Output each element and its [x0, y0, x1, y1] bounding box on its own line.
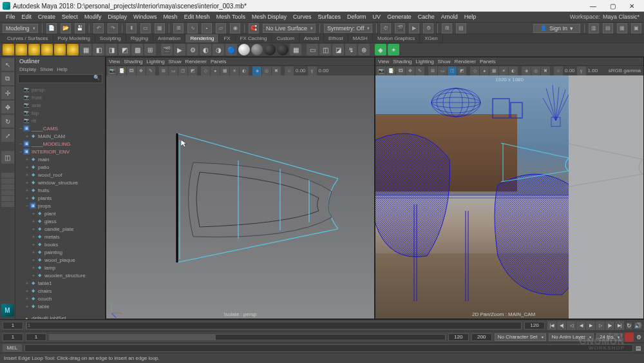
vp-menu-show[interactable]: Show — [438, 59, 451, 64]
vp-film-gate-icon[interactable]: ▭ — [438, 66, 447, 75]
shelf-icon[interactable]: ▦ — [290, 44, 301, 55]
vp-shadows-icon[interactable]: ◐ — [240, 66, 249, 75]
undo-icon[interactable]: ↶ — [93, 23, 104, 34]
outliner-node-plant[interactable]: +plant — [15, 210, 105, 217]
panel-layout-icon[interactable]: ⊞ — [442, 23, 452, 34]
scale-tool[interactable]: ⤢ — [1, 129, 14, 142]
vp-shadows-icon[interactable]: ◐ — [509, 66, 518, 75]
range-handle[interactable] — [50, 335, 216, 340]
script-editor-button[interactable]: ▤ — [636, 345, 641, 351]
shelf-icon[interactable]: 🔵 — [225, 44, 237, 55]
menu-cache[interactable]: Cache — [415, 14, 438, 20]
shelf-icon[interactable]: ◪ — [332, 44, 344, 55]
snap-live-icon[interactable]: ◉ — [230, 23, 240, 34]
shelf-icon[interactable]: ◩ — [118, 44, 130, 55]
volume-light-icon[interactable] — [67, 44, 79, 55]
sidebar-toggle-2[interactable]: ▤ — [603, 23, 613, 34]
vp-2d-pan-icon[interactable]: ✥ — [406, 66, 415, 75]
menu-set-dropdown[interactable]: Modeling — [3, 24, 38, 33]
vp-bookmark-icon[interactable]: 📑 — [386, 66, 395, 75]
vp-menu-shading[interactable]: Shading — [393, 59, 412, 64]
outliner-node-couch[interactable]: +couch — [15, 295, 105, 302]
outliner-node-main-cam[interactable]: +MAIN_CAM — [15, 132, 105, 140]
vp-gate-mask-icon[interactable]: ◩ — [188, 66, 197, 75]
vp-select-cam-icon[interactable]: 📷 — [108, 66, 117, 75]
outliner-node-wood-roof[interactable]: +wood_roof — [15, 171, 105, 179]
vp-gamma-value[interactable]: 0.00 — [317, 68, 330, 74]
shelf-tab-custom[interactable]: Custom — [272, 34, 299, 43]
vp-menu-renderer[interactable]: Renderer — [185, 59, 207, 64]
step-forward-button[interactable]: |▶ — [605, 321, 614, 330]
maximize-button[interactable]: ▢ — [603, 0, 622, 12]
outliner-node-front[interactable]: front — [15, 93, 105, 101]
render-icon[interactable]: 🎬 — [395, 23, 405, 34]
shelf-icon[interactable]: ◫ — [319, 44, 331, 55]
vp-film-gate-icon[interactable]: ▭ — [169, 66, 178, 75]
save-scene-icon[interactable]: 💾 — [75, 23, 85, 34]
vp-xray-icon[interactable]: ◎ — [531, 66, 540, 75]
vp-exposure-value[interactable]: 0.00 — [564, 68, 576, 74]
menu-windows[interactable]: Windows — [130, 14, 160, 20]
autokey-button[interactable] — [625, 333, 634, 342]
vp-menu-show[interactable]: Show — [169, 59, 182, 64]
select-component-icon[interactable]: ▦ — [155, 23, 165, 34]
vp-wireframe-icon[interactable]: ◇ — [201, 66, 210, 75]
hypershade-icon[interactable]: ◐ — [200, 44, 211, 55]
menu-help[interactable]: Help — [461, 14, 480, 20]
shelf-tab-curves[interactable]: Curves / Surfaces — [3, 34, 53, 43]
viewport-main-cam[interactable]: View Shading Lighting Show Renderer Pane… — [375, 57, 644, 319]
viewport-canvas-left[interactable]: x y Isolate : persp — [106, 75, 374, 319]
vp-menu-lighting[interactable]: Lighting — [147, 59, 165, 64]
ambient-light-icon[interactable] — [3, 44, 14, 55]
menu-deform[interactable]: Deform — [344, 14, 370, 20]
vp-menu-shading[interactable]: Shading — [124, 59, 142, 64]
outliner-node-chairs[interactable]: +chairs — [15, 287, 105, 295]
vp-shaded-icon[interactable]: ● — [211, 66, 220, 75]
menu-arnold[interactable]: Arnold — [438, 14, 461, 20]
shader-dark2-icon[interactable] — [277, 44, 289, 55]
shelf-tab-motion[interactable]: Motion Graphics — [373, 34, 420, 43]
shelf-tab-fx[interactable]: FX — [219, 34, 235, 43]
vp-grid-icon[interactable]: ⊞ — [428, 66, 437, 75]
vp-gamma-icon[interactable]: γ — [308, 66, 317, 75]
vp-menu-view[interactable]: View — [109, 59, 120, 64]
vp-isolate-icon[interactable]: ◈ — [252, 66, 261, 75]
vp-exposure-icon[interactable]: ☼ — [285, 66, 294, 75]
spot-light-icon[interactable] — [41, 44, 53, 55]
shelf-tab-rigging[interactable]: Rigging — [126, 34, 153, 43]
vp-exposure-value[interactable]: 0.00 — [294, 68, 307, 74]
range-playback-end[interactable]: 120 — [448, 333, 469, 341]
time-current-field[interactable]: 1 — [3, 322, 23, 329]
outliner-node-interior-env[interactable]: −INTERIOR_ENV — [15, 148, 105, 155]
vp-xray-joints-icon[interactable]: ✖ — [272, 66, 281, 75]
vp-menu-lighting[interactable]: Lighting — [416, 59, 434, 64]
shelf-tab-bifrost[interactable]: Bifrost — [324, 34, 348, 43]
vp-image-plane-icon[interactable]: 🖼 — [127, 66, 136, 75]
vp-lights-icon[interactable]: ☀ — [499, 66, 508, 75]
vp-gamma-value[interactable]: 1.00 — [587, 68, 600, 74]
outliner-node-plants[interactable]: +plants — [15, 194, 105, 202]
shader-grey-icon[interactable] — [251, 44, 263, 55]
toggle-channel-icon[interactable]: ▤ — [456, 23, 466, 34]
sign-in-button[interactable]: Sign In ▾ — [533, 24, 580, 33]
vp-bookmark-icon[interactable]: 📑 — [117, 66, 126, 75]
vp-xray-joints-icon[interactable]: ✖ — [541, 66, 550, 75]
outliner-node-patio[interactable]: +patio — [15, 163, 105, 171]
outliner-node-metals[interactable]: +metals — [15, 233, 105, 240]
open-scene-icon[interactable]: 📂 — [61, 23, 71, 34]
shelf-tab-animation[interactable]: Animation — [153, 34, 186, 43]
close-button[interactable]: ✕ — [622, 0, 641, 12]
shelf-tab-sculpt[interactable]: Sculpting — [95, 34, 126, 43]
vp-exposure-icon[interactable]: ☼ — [554, 66, 563, 75]
layout-hypershade[interactable] — [1, 196, 14, 201]
snap-point-icon[interactable]: • — [202, 23, 212, 34]
outliner-node-defaultlightset[interactable]: defaultLightSet — [15, 314, 105, 319]
shader-white-icon[interactable] — [238, 44, 250, 55]
menu-create[interactable]: Create — [35, 14, 59, 20]
play-back-button[interactable]: ◀ — [576, 321, 585, 330]
vp-menu-panels[interactable]: Panels — [211, 59, 226, 64]
outliner-node-main[interactable]: +main — [15, 155, 105, 163]
outliner-node-lamp[interactable]: +lamp — [15, 264, 105, 271]
outliner-menu-show[interactable]: Show — [40, 66, 53, 72]
menu-generate[interactable]: Generate — [384, 14, 415, 20]
